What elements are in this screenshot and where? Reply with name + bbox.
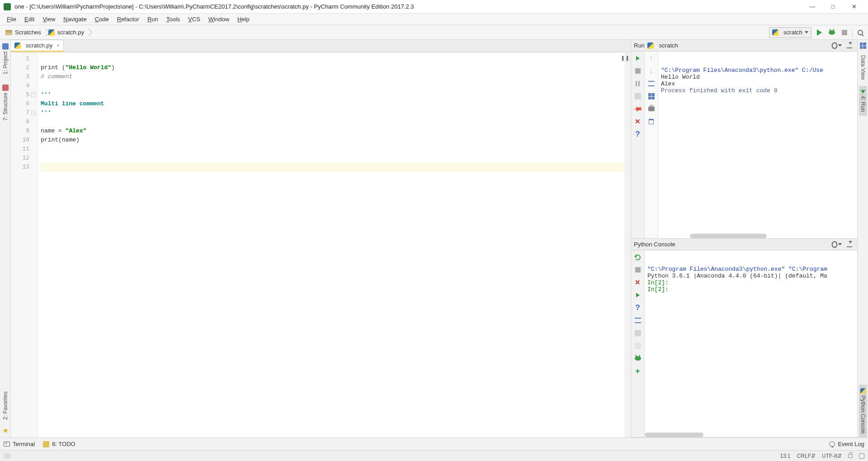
close-x-icon: ✕ [635, 118, 641, 126]
stop-button[interactable] [633, 265, 643, 275]
menu-file[interactable]: File [3, 15, 20, 24]
console-header: Python Console [631, 239, 857, 250]
menu-window[interactable]: Window [204, 15, 233, 24]
debug-button[interactable] [633, 353, 643, 363]
maximize-button[interactable]: □ [823, 0, 844, 13]
close-button[interactable]: ✕ [633, 117, 643, 127]
wrap-button[interactable] [633, 315, 643, 325]
run-config-selector[interactable]: scratch [769, 27, 811, 38]
print-button[interactable] [646, 104, 656, 114]
inspection-profile-icon[interactable] [859, 453, 864, 459]
vars-button[interactable] [633, 328, 643, 338]
toolwindow-tab-structure[interactable]: 7: Structure [1, 81, 9, 124]
execute-button[interactable] [633, 290, 643, 300]
code-line[interactable]: name = "Alex" [41, 127, 624, 136]
pin-button[interactable]: 📌 [633, 104, 643, 114]
settings-button[interactable] [832, 41, 842, 51]
rerun-button[interactable] [633, 252, 643, 262]
hide-button[interactable] [844, 41, 854, 51]
play-icon [636, 56, 640, 61]
caret-position[interactable]: 13:1 [780, 453, 790, 459]
code-line[interactable]: ''' [41, 108, 624, 118]
variables-icon [635, 330, 641, 336]
readonly-toggle-icon[interactable] [848, 454, 853, 458]
menu-edit[interactable]: Edit [20, 15, 38, 24]
menu-refactor[interactable]: Refactor [113, 15, 143, 24]
layout-button[interactable] [633, 91, 643, 101]
code-line[interactable] [41, 81, 624, 90]
python-icon [772, 29, 778, 36]
editor-body[interactable]: 12345678910111213 print ("Hello World")#… [11, 52, 631, 437]
minimize-button[interactable]: ― [802, 0, 823, 13]
menu-vcs[interactable]: VCS [184, 15, 204, 24]
search-everywhere-button[interactable] [855, 28, 865, 38]
toolwindow-tab-dataview[interactable]: Data View [859, 52, 867, 83]
code-line[interactable]: # comment [41, 72, 624, 81]
toolwindows-toggle-icon[interactable] [4, 453, 11, 459]
python-console-output[interactable]: "C:\Program Files\Anaconda3\python.exe" … [645, 250, 857, 437]
breadcrumb-item[interactable]: Scratches [3, 27, 46, 38]
up-button[interactable]: ↑ [646, 53, 656, 63]
code-area[interactable]: print ("Hello World")# comment'''Multi l… [38, 52, 624, 437]
settings-button[interactable] [832, 240, 842, 249]
run-toolbar-left: 📌 ✕ ? [631, 52, 645, 238]
scroll-to-end-button[interactable] [646, 91, 656, 101]
arrow-up-icon: ↑ [650, 55, 653, 61]
toolwindow-tab-terminal[interactable]: Terminal [4, 441, 35, 447]
code-line[interactable] [41, 154, 624, 163]
line-number: 2 [11, 63, 38, 72]
fold-toggle-icon[interactable]: - [31, 111, 36, 115]
debug-button[interactable] [827, 28, 837, 38]
encoding[interactable]: UTF-8⇵ [822, 453, 842, 459]
soft-wrap-button[interactable] [646, 79, 656, 89]
toolwindow-tab-project[interactable]: 1: Project [1, 40, 9, 78]
help-button[interactable]: ? [633, 303, 643, 313]
close-button[interactable]: ✕ [633, 278, 643, 287]
scrollbar-horizontal[interactable] [690, 234, 767, 238]
breadcrumb-item[interactable]: scratch.py [46, 27, 89, 38]
help-button[interactable]: ? [633, 129, 643, 139]
console-line: Alex [661, 80, 854, 87]
hide-button[interactable] [844, 240, 854, 249]
run-console[interactable]: "C:\Program Files\Anaconda3\python.exe" … [658, 52, 857, 238]
history-button[interactable] [633, 341, 643, 351]
code-line[interactable]: print ("Hello World") [41, 63, 624, 72]
menu-run[interactable]: Run [143, 15, 162, 24]
toolwindow-tab-run[interactable]: 4: Run [859, 86, 867, 115]
editor-tab-scratch[interactable]: scratch.py × [10, 40, 64, 52]
toolwindow-tab-favorites[interactable]: 2: Favorites [1, 388, 9, 423]
console-line: In[2]: [647, 279, 854, 286]
menu-view[interactable]: View [38, 15, 59, 24]
close-tab-icon[interactable]: × [57, 42, 60, 49]
clear-button[interactable] [646, 117, 656, 127]
menu-code[interactable]: Code [91, 15, 113, 24]
toolwindow-tab-todo[interactable]: 6: TODO [43, 441, 75, 447]
menu-help[interactable]: Help [233, 15, 254, 24]
menu-tools[interactable]: Tools [162, 15, 184, 24]
toolwindow-tab-python-console[interactable]: Python Console [859, 385, 867, 437]
menu-navigate[interactable]: Navigate [59, 15, 90, 24]
event-log-button[interactable]: Event Log [829, 441, 864, 447]
code-line[interactable] [41, 163, 624, 172]
new-console-button[interactable]: + [633, 366, 643, 376]
pause-button[interactable] [633, 79, 643, 89]
editor-tabs: scratch.py × [11, 40, 631, 52]
code-line[interactable] [41, 54, 624, 63]
down-button[interactable]: ↓ [646, 66, 656, 76]
code-line[interactable]: Multi line comment [41, 99, 624, 108]
close-button[interactable]: ✕ [844, 0, 864, 13]
scrollbar-horizontal[interactable] [645, 433, 703, 437]
line-number: 4 [11, 81, 38, 90]
run-button[interactable] [814, 28, 824, 38]
fold-toggle-icon[interactable]: - [31, 93, 36, 97]
line-separator[interactable]: CRLF⇵ [797, 453, 816, 459]
play-icon [636, 293, 640, 297]
code-line[interactable]: ''' [41, 90, 624, 99]
code-line[interactable] [41, 145, 624, 154]
code-line[interactable] [41, 118, 624, 127]
stop-button[interactable] [840, 28, 849, 38]
hide-icon [847, 43, 852, 48]
stop-button[interactable] [633, 66, 643, 76]
code-line[interactable]: print(name) [41, 136, 624, 145]
rerun-button[interactable] [633, 53, 643, 63]
